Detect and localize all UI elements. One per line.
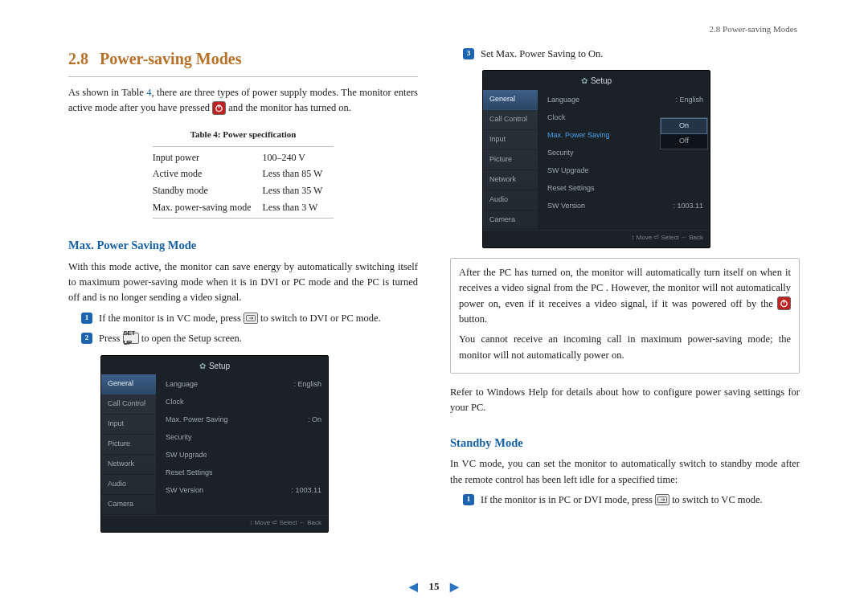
osd-main: Language: English Clock Max. Power Savin…	[538, 90, 710, 231]
osd-main: Language: English Clock Max. Power Savin…	[156, 374, 328, 515]
rule	[68, 76, 418, 77]
osd-title: Setup	[483, 71, 710, 90]
osd-side-item: Audio	[101, 475, 156, 495]
subheading-max-power: Max. Power Saving Mode	[68, 236, 418, 254]
step-number-badge: 3	[463, 48, 474, 59]
left-column: 2.8Power-saving Modes As shown in Table …	[68, 47, 418, 541]
osd-screenshot-general: Setup General Call Control Input Picture…	[100, 355, 329, 533]
page-navigator: ◀ 15 ▶	[0, 580, 868, 594]
osd-footer-hints: ↕ Move ⏎ Select ← Back	[483, 230, 710, 247]
step-number-badge: 1	[81, 313, 92, 324]
osd-side-item: Camera	[483, 210, 538, 231]
section-number: 2.8	[68, 50, 88, 67]
osd-side-item: Audio	[483, 190, 538, 210]
osd-side-item: Picture	[101, 435, 156, 455]
setup-button-icon: SET UP	[123, 333, 139, 344]
osd-side-item: Call Control	[483, 110, 538, 130]
step-item: 1 If the monitor is in PC or DVI mode, p…	[463, 492, 800, 508]
osd-side-item: Picture	[483, 150, 538, 170]
osd-title: Setup	[101, 356, 328, 375]
table-row: Max. power-saving modeLess than 3 W	[153, 199, 334, 219]
table-caption: Table 4: Power specification	[68, 128, 418, 141]
osd-footer-hints: ↕ Move ⏎ Select ← Back	[101, 515, 328, 532]
osd-side-item: General	[483, 90, 538, 110]
osd-screenshot-maxpower: Setup General Call Control Input Picture…	[482, 70, 710, 247]
table-row: Active modeLess than 85 W	[153, 166, 334, 182]
right-column: 3 Set Max. Power Saving to On. Setup Gen…	[450, 47, 800, 541]
osd-side-item: Network	[483, 170, 538, 190]
max-power-paragraph: With this mode active, the monitor can s…	[68, 260, 418, 306]
osd-side-item: Input	[483, 130, 538, 150]
prev-page-icon[interactable]: ◀	[409, 580, 418, 594]
standby-paragraph: In VC mode, you can set the monitor to a…	[450, 456, 800, 488]
running-header: 2.8 Power-saving Modes	[710, 24, 797, 34]
section-heading: 2.8Power-saving Modes	[68, 47, 418, 72]
next-page-icon[interactable]: ▶	[450, 580, 459, 594]
step-item: 2 Press SET UP to open the Setup screen.	[81, 331, 418, 346]
section-title-text: Power-saving Modes	[100, 50, 241, 67]
osd-side-item: Call Control	[101, 394, 156, 415]
step-item: 3 Set Max. Power Saving to On.	[463, 47, 800, 62]
osd-option-off: Off	[661, 134, 707, 149]
osd-side-item: Input	[101, 415, 156, 435]
step-number-badge: 1	[463, 494, 474, 505]
osd-dropdown: On Off	[660, 117, 708, 149]
refer-windows-help: Refer to Windows Help for details about …	[450, 385, 800, 416]
osd-sidebar: General Call Control Input Picture Netwo…	[101, 374, 156, 515]
source-icon	[244, 313, 258, 324]
power-icon	[212, 101, 226, 115]
osd-side-item: General	[101, 374, 156, 394]
table-row: Standby modeLess than 35 W	[153, 182, 334, 199]
osd-sidebar: General Call Control Input Picture Netwo…	[483, 90, 538, 231]
step-number-badge: 2	[81, 333, 92, 344]
power-spec-table: Input power100–240 V Active modeLess tha…	[153, 146, 334, 219]
power-icon	[777, 296, 791, 310]
note-box: After the PC has turned on, the monitor …	[450, 258, 800, 374]
page-number: 15	[429, 580, 440, 592]
osd-side-item: Camera	[101, 495, 156, 515]
subheading-standby: Standby Mode	[450, 434, 800, 452]
osd-option-on: On	[661, 118, 707, 134]
intro-paragraph: As shown in Table 4, there are three typ…	[68, 85, 418, 116]
osd-side-item: Network	[101, 455, 156, 475]
step-item: 1 If the monitor is in VC mode, press to…	[81, 311, 418, 326]
table-row: Input power100–240 V	[153, 146, 334, 166]
source-icon	[655, 494, 669, 505]
